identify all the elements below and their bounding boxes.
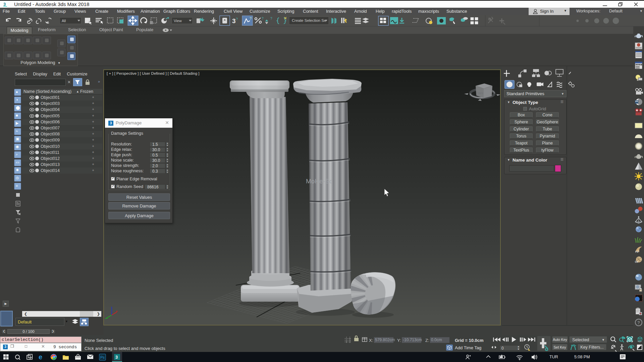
svg-text:HF: HF xyxy=(635,250,639,253)
svg-text:3: 3 xyxy=(232,17,236,24)
svg-text:e: e xyxy=(39,353,42,361)
svg-text:3: 3 xyxy=(115,355,118,360)
svg-text:0x: 0x xyxy=(635,260,638,263)
svg-text:MoHe-Sc: MoHe-Sc xyxy=(306,178,332,185)
svg-text:?: ? xyxy=(637,320,640,325)
svg-text:5:08 PM: 5:08 PM xyxy=(574,355,590,359)
svg-text:All: All xyxy=(62,19,66,23)
svg-text:View: View xyxy=(174,19,182,23)
svg-text:?: ? xyxy=(236,17,238,21)
svg-text:Ps: Ps xyxy=(100,355,105,359)
svg-text:Create Selection Se: Create Selection Se xyxy=(292,18,326,22)
svg-text:?: ? xyxy=(250,16,252,20)
svg-text:?: ? xyxy=(270,17,272,20)
svg-text:3: 3 xyxy=(3,2,6,7)
svg-text:?: ? xyxy=(262,17,264,20)
svg-text:TUR: TUR xyxy=(549,355,558,359)
